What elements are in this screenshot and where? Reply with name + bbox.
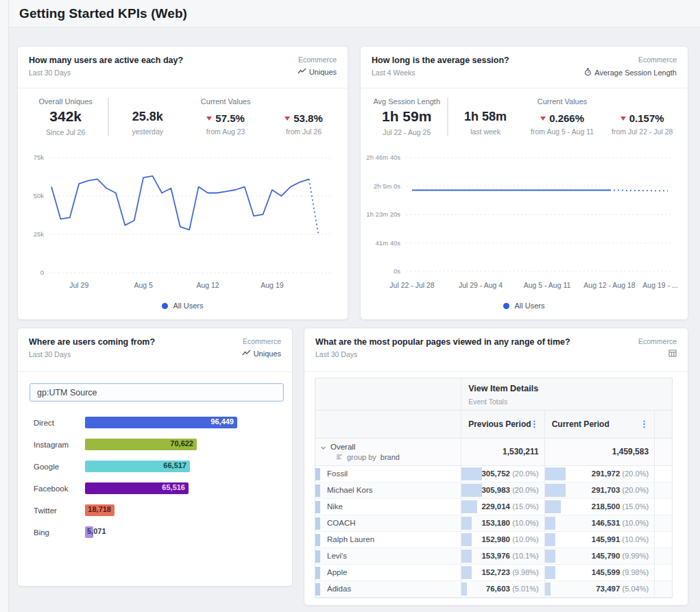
series-line-solid [51, 176, 309, 230]
previous-percent: (9.98%) [512, 568, 539, 576]
top-bar: Getting Started KPIs (Web) [9, 0, 700, 27]
current-value: 291,972 [592, 469, 620, 478]
x-axis-tick: Jul 29 - Aug 4 [459, 281, 503, 289]
brand-name: Adidas [327, 585, 351, 593]
panel-title: How many users are active each day? [29, 56, 337, 65]
stat-latest-value: 1h 58m last week [448, 97, 522, 136]
table-row[interactable]: Fossil305,752 (20.0%)291,972 (20.0%) [315, 466, 672, 482]
panel-title: What are the most popular pages viewed i… [315, 337, 677, 347]
arrow-down-icon [620, 117, 626, 121]
table-row[interactable]: Nike229,014 (15.0%)218,500 (15.0%) [315, 499, 672, 515]
x-axis-tick: Aug 12 [196, 281, 219, 289]
y-axis-tick: 2h 46m 40s [366, 154, 400, 161]
bar-row-facebook: Facebook65,516 [18, 478, 292, 500]
panel-popular-pages: What are the most popular pages viewed i… [304, 328, 688, 606]
page-title: Getting Started KPIs (Web) [19, 6, 187, 21]
cell-value-bar [461, 533, 472, 546]
bar-category-label: Twitter [34, 506, 57, 515]
bar[interactable]: 65,516 [85, 482, 189, 494]
left-rail [0, 0, 9, 612]
cell-value-bar [545, 533, 555, 546]
panel-daily-active-users: How many users are active each day? Last… [17, 46, 348, 320]
daily-active-line-chart[interactable]: 75k50k25k0Jul 29Aug 5Aug 12Aug 19 [18, 151, 348, 297]
current-period-header[interactable]: Current Period ⋮ [545, 411, 655, 438]
row-color-indicator [315, 501, 320, 513]
cell-value-bar [461, 467, 482, 480]
current-percent: (9.98%) [623, 568, 649, 576]
arrow-down-icon [540, 117, 546, 121]
bar[interactable]: 18,718 [85, 504, 114, 516]
previous-value: 76,603 [486, 585, 510, 593]
y-axis-tick: 2h 5m 0s [374, 182, 400, 190]
chart-legend[interactable]: All Users [361, 302, 688, 310]
y-axis-tick: 0 [40, 269, 44, 276]
metric-label: Uniques [309, 68, 337, 76]
bar-category-label: Bing [34, 528, 49, 537]
event-name-header: View Item Details [468, 384, 538, 393]
x-axis-tick: Aug 5 - Aug 11 [524, 281, 571, 289]
bar-value-label: 96,449 [210, 417, 234, 426]
chart-legend[interactable]: All Users [18, 302, 348, 310]
bar-category-label: Instagram [34, 441, 69, 449]
table-row[interactable]: Ralph Lauren152,980 (10.0%)145,991 (10.0… [315, 532, 672, 548]
row-color-indicator [315, 468, 320, 480]
y-axis-tick: 50k [34, 192, 45, 199]
panel-header: What are the most popular pages viewed i… [304, 328, 688, 358]
stat-avg-session: Avg Session Length 1h 59m Jul 22 - Aug 2… [366, 97, 447, 136]
cell-value-bar [545, 500, 561, 513]
table-grid-icon [668, 350, 677, 358]
stat-latest-value: 25.8k yesterday [109, 97, 186, 136]
brand-name: Apple [327, 568, 347, 576]
stat-delta-1: Current Values 0.266% from Aug 5 - Aug 1… [522, 97, 603, 136]
stat-delta-2: 0.157% from Jul 22 - Jul 28 [602, 97, 682, 136]
brand-name: COACH [327, 519, 356, 527]
bar-value-label: 66,517 [163, 461, 186, 469]
stat-delta-1: Current Values 57.5% from Aug 23 [186, 97, 265, 136]
previous-period-menu-icon[interactable]: ⋮ [530, 419, 539, 430]
panel-header: Where are users coming from? Last 30 Day… [18, 328, 292, 358]
cell-value-bar [461, 550, 472, 563]
avg-session-line-chart[interactable]: 2h 46m 40s2h 5m 0s1h 23m 20s41m 40s0sJul… [361, 151, 688, 297]
legend-dot [503, 303, 509, 309]
current-period-menu-icon[interactable]: ⋮ [640, 419, 649, 430]
panel-average-session: How long is the average session? Last 4 … [360, 46, 688, 320]
table-row[interactable]: Michael Kors305,983 (20.0%)291,703 (20.0… [315, 482, 672, 499]
table-row[interactable]: Levi's153,976 (10.1%)145,790 (9.99%) [315, 548, 672, 565]
cell-value-bar [461, 500, 477, 513]
table-row[interactable]: Apple152,723 (9.98%)145,599 (9.98%) [315, 565, 672, 581]
bar-row-instagram: Instagram70,622 [18, 434, 292, 456]
row-color-indicator [315, 583, 320, 596]
current-values-label: Current Values [186, 97, 265, 107]
cell-value-bar [461, 566, 472, 579]
cell-value-bar [545, 550, 555, 563]
bar[interactable]: 5,071 [85, 526, 93, 538]
previous-period-header[interactable]: Previous Period ⋮ [461, 411, 545, 438]
current-percent: (5.04%) [623, 585, 649, 593]
table-row[interactable]: COACH153,180 (10.0%)146,531 (10.0%) [315, 515, 672, 532]
previous-percent: (20.0%) [512, 469, 539, 478]
stat-overall-uniques: Overall Uniques 342k Since Jul 26 [23, 97, 108, 136]
cell-value-bar [461, 484, 482, 497]
uniques-icon [298, 68, 306, 76]
bar[interactable]: 96,449 [85, 417, 237, 428]
popular-pages-table: View Item Details Event Totals Previous … [315, 378, 673, 598]
bar[interactable]: 70,622 [85, 439, 197, 450]
table-row[interactable]: Adidas76,603 (5.01%)73,497 (5.04%) [315, 581, 672, 598]
previous-value: 153,976 [481, 552, 510, 560]
cell-value-bar [461, 517, 472, 530]
breakdown-select[interactable]: gp:UTM Source [29, 383, 284, 402]
stopwatch-icon [584, 68, 592, 77]
project-label: Ecommerce [638, 337, 677, 345]
uniques-icon [242, 350, 251, 358]
current-value: 218,500 [592, 502, 620, 511]
project-label: Ecommerce [242, 337, 281, 345]
x-axis-tick: Aug 5 [134, 281, 153, 289]
row-color-indicator [315, 534, 320, 546]
group-by-field[interactable]: brand [381, 453, 400, 461]
metric-label: Uniques [254, 350, 281, 358]
chevron-down-icon[interactable] [320, 444, 327, 451]
arrow-down-icon [206, 117, 212, 121]
table-row-overall[interactable]: Overall group by brand 1,530,211 1,459,5… [315, 439, 672, 466]
x-axis-tick: Jul 29 [69, 281, 88, 289]
bar[interactable]: 66,517 [85, 461, 190, 472]
